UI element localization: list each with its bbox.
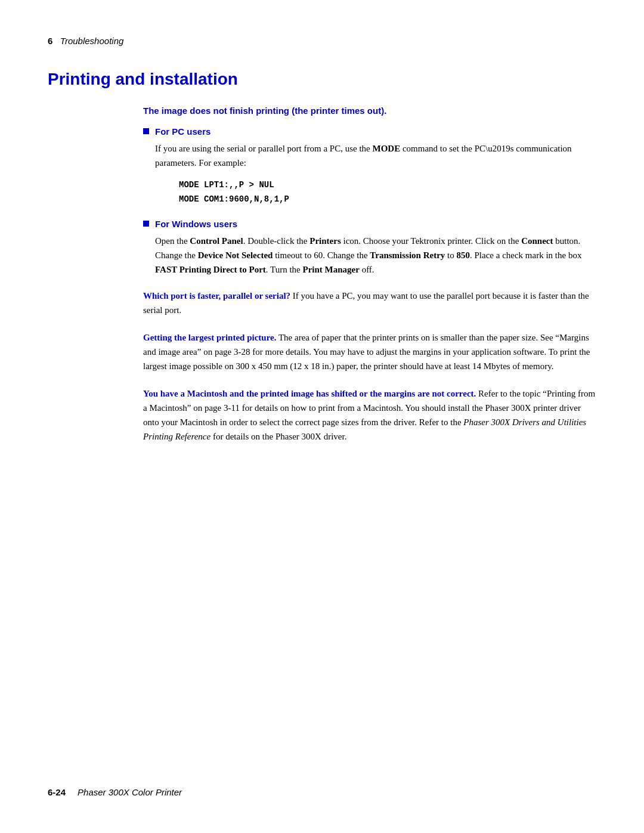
parallel-serial-section: Which port is faster, parallel or serial… — [143, 289, 596, 317]
pc-users-section: For PC users If you are using the serial… — [143, 126, 596, 207]
printers-bold: Printers — [309, 236, 340, 246]
pc-users-title: For PC users — [155, 126, 210, 137]
mode-keyword: MODE — [372, 144, 400, 153]
print-manager-bold: Print Manager — [303, 265, 360, 274]
footer-page-number: 6-24 — [48, 787, 66, 797]
parallel-serial-heading: Which port is faster, parallel or serial… — [143, 291, 290, 301]
code-line-1: MODE LPT1:,,P > NUL — [179, 178, 596, 193]
page-title: Printing and installation — [48, 70, 596, 89]
largest-picture-heading: Getting the largest printed picture. — [143, 333, 276, 342]
windows-users-title: For Windows users — [155, 219, 237, 229]
header: 6 Troubleshooting — [48, 36, 596, 46]
control-panel-bold: Control Panel — [190, 236, 243, 246]
macintosh-heading: You have a Macintosh and the printed ima… — [143, 389, 476, 398]
fast-printing-bold: FAST Printing Direct to Port — [155, 265, 266, 274]
pc-users-header: For PC users — [143, 126, 596, 137]
bullet-icon-2 — [143, 221, 149, 227]
largest-picture-section: Getting the largest printed picture. The… — [143, 330, 596, 373]
windows-users-header: For Windows users — [143, 219, 596, 229]
windows-users-content: Open the Control Panel. Double-click the… — [143, 234, 596, 277]
transmission-retry-bold: Transmission Retry — [370, 250, 445, 260]
connect-bold: Connect — [521, 236, 553, 246]
content-area: The image does not finish printing (the … — [48, 106, 596, 444]
pc-users-content: If you are using the serial or parallel … — [143, 141, 596, 207]
macintosh-section: You have a Macintosh and the printed ima… — [143, 386, 596, 444]
windows-users-section: For Windows users Open the Control Panel… — [143, 219, 596, 277]
bullet-icon — [143, 128, 149, 134]
macintosh-body-end: for details on the Phaser 300X driver. — [210, 432, 346, 441]
page: 6 Troubleshooting Printing and installat… — [0, 0, 644, 833]
device-not-selected-bold: Device Not Selected — [198, 250, 273, 260]
chapter-label: 6 Troubleshooting — [48, 36, 123, 46]
850-bold: 850 — [456, 250, 470, 260]
code-example: MODE LPT1:,,P > NUL MODE COM1:9600,N,8,1… — [179, 178, 596, 207]
main-section-heading: The image does not finish printing (the … — [143, 106, 596, 116]
footer: 6-24 Phaser 300X Color Printer — [48, 787, 596, 797]
footer-book-title: Phaser 300X Color Printer — [78, 787, 182, 797]
chapter-number: 6 — [48, 36, 52, 46]
code-line-2: MODE COM1:9600,N,8,1,P — [179, 193, 596, 207]
chapter-title: Troubleshooting — [60, 36, 123, 46]
